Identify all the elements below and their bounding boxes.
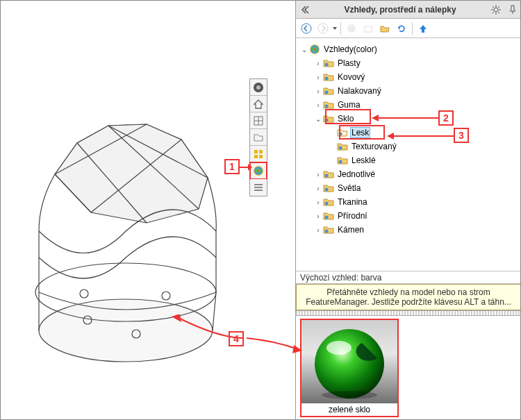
tree-item-tkanina[interactable]: ›Tkanina (299, 195, 518, 209)
tree-item-kamen[interactable]: ›Kámen (299, 223, 518, 237)
folder-icon (322, 85, 335, 96)
appearances-panel: Vzhledy, prostředí a nálepky ⌄Vzhledy(co… (295, 1, 521, 420)
callout-2: 2 (438, 110, 454, 126)
svg-point-56 (326, 341, 352, 355)
chevron-right-icon[interactable]: › (314, 73, 322, 81)
back-button[interactable] (299, 21, 314, 36)
chevron-right-icon[interactable]: › (314, 198, 322, 206)
node-label[interactable]: Nalakovaný (336, 86, 383, 96)
chevron-right-icon[interactable]: › (314, 226, 322, 234)
default-appearance-label: Výchozí vzhled: barva (296, 271, 521, 284)
preview-item-green-glass[interactable]: zelené sklo (300, 319, 399, 417)
hint-text: Přetáhněte vzhledy na model nebo na stro… (296, 284, 521, 310)
folder-icon (322, 58, 335, 69)
tree-item-svetla[interactable]: ›Světla (299, 181, 518, 195)
tab-folder[interactable] (250, 129, 267, 146)
refresh-icon[interactable] (394, 21, 409, 36)
tab-configs[interactable] (250, 146, 267, 162)
folder-icon (322, 113, 335, 124)
svg-point-57 (322, 391, 377, 399)
tree-item-kovovy[interactable]: ›Kovový (299, 70, 518, 84)
splitter-handle[interactable] (296, 310, 521, 316)
gear-icon[interactable] (488, 1, 504, 18)
callout-1: 1 (224, 159, 240, 174)
pin-icon[interactable] (504, 1, 521, 18)
node-label[interactable]: Guma (336, 100, 362, 110)
chevron-right-icon[interactable]: › (314, 170, 322, 178)
svg-rect-22 (254, 155, 258, 158)
tab-photoview[interactable] (250, 79, 267, 96)
chevron-right-icon[interactable]: › (314, 184, 322, 192)
svg-point-47 (339, 133, 342, 136)
dropdown-icon[interactable] (332, 23, 338, 34)
svg-point-48 (339, 146, 342, 150)
node-label[interactable]: Kovový (336, 72, 366, 82)
svg-point-42 (325, 63, 329, 67)
svg-rect-25 (254, 184, 263, 185)
chevron-right-icon[interactable]: › (314, 101, 322, 109)
node-label[interactable]: Světla (336, 183, 362, 193)
svg-point-44 (325, 91, 329, 94)
chevron-right-icon[interactable]: › (314, 87, 322, 95)
chevron-down-icon[interactable]: ⌄ (300, 45, 308, 53)
appearance-tree[interactable]: ⌄Vzhledy(color) ›Plasty ›Kovový ›Nalakov… (296, 38, 521, 271)
forward-button (315, 21, 331, 36)
node-label[interactable]: Texturovaný (350, 142, 398, 151)
svg-line-34 (498, 12, 499, 13)
panel-header: Vzhledy, prostředí a nálepky (296, 1, 521, 19)
chevron-right-icon[interactable]: › (314, 59, 322, 67)
tab-home[interactable] (250, 96, 267, 112)
tree-item-plasty[interactable]: ›Plasty (299, 56, 518, 70)
folder-open-icon[interactable] (377, 21, 392, 36)
up-arrow-icon[interactable] (415, 21, 431, 36)
tab-grid[interactable] (250, 112, 267, 129)
tree-item-texturovany[interactable]: ›Texturovaný (299, 140, 518, 153)
color-sphere-icon (308, 44, 321, 55)
tree-item-lesk[interactable]: ›Lesk (299, 126, 518, 140)
node-label[interactable]: Přírodní (336, 211, 369, 221)
tree-item-nalakovany[interactable]: ›Nalakovaný (299, 84, 518, 98)
callout-3: 3 (454, 128, 469, 143)
svg-line-33 (493, 6, 494, 8)
svg-rect-21 (259, 150, 263, 153)
tree-root[interactable]: ⌄Vzhledy(color) (299, 42, 518, 56)
scene-icon (361, 21, 376, 36)
node-label[interactable]: Sklo (336, 114, 355, 124)
svg-rect-23 (259, 155, 263, 158)
node-label[interactable]: Tkanina (336, 197, 369, 207)
command-manager-tabs (249, 78, 267, 196)
node-label[interactable]: Lesk (350, 127, 370, 138)
node-label[interactable]: Vzhledy(color) (322, 44, 379, 54)
node-label[interactable]: Lesklé (350, 156, 377, 165)
tree-item-leskle[interactable]: ›Lesklé (299, 153, 518, 167)
panel-title: Vzhledy, prostředí a nálepky (313, 5, 488, 15)
folder-icon (322, 99, 335, 110)
node-label[interactable]: Jednotlivé (336, 169, 377, 179)
chevron-right-icon[interactable]: › (314, 212, 322, 220)
folder-icon (336, 141, 349, 152)
preview-thumbnail (301, 320, 397, 403)
svg-rect-27 (254, 190, 263, 191)
folder-icon (322, 169, 335, 180)
node-label[interactable]: Plasty (336, 58, 362, 68)
tab-appearances[interactable] (250, 162, 267, 179)
panel-toolbar (296, 19, 521, 38)
svg-point-50 (325, 174, 329, 178)
svg-point-53 (325, 216, 329, 219)
preview-label: zelené sklo (301, 403, 397, 416)
viewport-3d[interactable] (1, 1, 295, 419)
svg-point-16 (256, 85, 260, 90)
tree-item-prirodni[interactable]: ›Přírodní (299, 209, 518, 223)
folder-icon (322, 210, 335, 221)
preview-area: zelené sklo (296, 316, 521, 420)
chevron-down-icon[interactable]: ⌄ (314, 115, 322, 123)
panel-collapse-button[interactable] (296, 1, 313, 18)
svg-line-35 (493, 12, 494, 13)
tree-item-jednotlive[interactable]: ›Jednotlivé (299, 167, 518, 181)
tree-item-sklo[interactable]: ⌄Sklo (299, 112, 518, 126)
svg-point-51 (325, 188, 329, 192)
node-label[interactable]: Kámen (336, 225, 365, 235)
tree-item-guma[interactable]: ›Guma (299, 98, 518, 112)
svg-rect-26 (254, 187, 263, 188)
tab-list[interactable] (250, 179, 267, 196)
